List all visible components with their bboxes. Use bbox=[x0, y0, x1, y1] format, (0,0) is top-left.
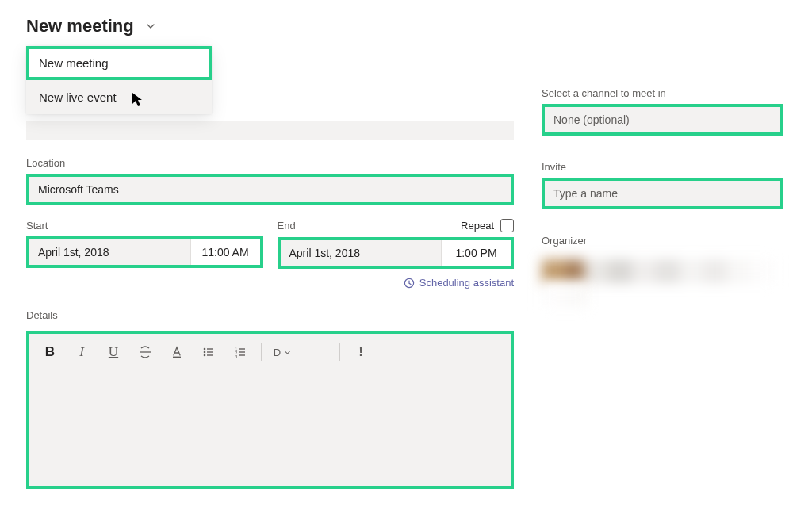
location-field: Location Microsoft Teams bbox=[26, 157, 514, 205]
start-datetime[interactable]: April 1st, 2018 11:00 AM bbox=[26, 236, 263, 268]
scheduling-assistant-label: Scheduling assistant bbox=[419, 277, 514, 289]
chevron-down-icon[interactable] bbox=[145, 21, 156, 32]
organizer-name bbox=[565, 259, 584, 283]
channel-value: None (optional) bbox=[553, 113, 630, 126]
cursor-icon bbox=[132, 92, 144, 110]
editor-toolbar: B I U 123 D bbox=[29, 334, 511, 370]
meeting-title-input[interactable] bbox=[26, 121, 514, 140]
chevron-down-icon bbox=[284, 349, 291, 356]
svg-point-3 bbox=[204, 348, 206, 351]
svg-text:3: 3 bbox=[235, 354, 238, 359]
strikethrough-button[interactable] bbox=[129, 339, 161, 366]
start-label: Start bbox=[26, 220, 263, 232]
end-label: End bbox=[278, 220, 455, 232]
channel-field: Select a channel to meet in None (option… bbox=[542, 87, 783, 136]
location-input[interactable]: Microsoft Teams bbox=[26, 174, 514, 205]
start-time[interactable]: 11:00 AM bbox=[190, 239, 260, 265]
page-title: New meeting bbox=[26, 16, 134, 36]
clock-icon bbox=[404, 278, 415, 289]
dropdown-item-new-live-event[interactable]: New live event bbox=[26, 80, 212, 114]
avatar bbox=[542, 259, 565, 283]
channel-label: Select a channel to meet in bbox=[542, 87, 783, 99]
scheduling-assistant-link[interactable]: Scheduling assistant bbox=[26, 277, 514, 289]
font-size-dropdown[interactable]: D bbox=[266, 339, 298, 366]
end-date[interactable]: April 1st, 2018 bbox=[281, 240, 442, 266]
dropdown-item-new-meeting[interactable]: New meeting bbox=[26, 46, 212, 80]
bold-button[interactable]: B bbox=[34, 339, 66, 366]
organizer-label: Organizer bbox=[542, 235, 783, 247]
font-color-button[interactable] bbox=[161, 339, 193, 366]
dropdown-item-label: New meeting bbox=[39, 56, 109, 70]
new-meeting-dropdown: New meeting New live event bbox=[26, 46, 212, 114]
start-date[interactable]: April 1st, 2018 bbox=[29, 239, 190, 265]
location-value: Microsoft Teams bbox=[38, 183, 119, 196]
repeat-label: Repeat bbox=[461, 220, 494, 232]
svg-point-4 bbox=[204, 351, 206, 354]
end-time[interactable]: 1:00 PM bbox=[441, 240, 511, 266]
invite-placeholder: Type a name bbox=[553, 187, 618, 200]
invite-input[interactable]: Type a name bbox=[542, 178, 783, 209]
toolbar-separator bbox=[261, 343, 262, 361]
bullet-list-button[interactable] bbox=[193, 339, 224, 366]
end-datetime[interactable]: April 1st, 2018 1:00 PM bbox=[278, 237, 515, 269]
toolbar-separator bbox=[339, 343, 340, 361]
location-label: Location bbox=[26, 157, 514, 169]
numbered-list-button[interactable]: 123 bbox=[224, 339, 256, 366]
organizer-row bbox=[542, 259, 783, 283]
underline-button[interactable]: U bbox=[98, 339, 129, 366]
details-label: Details bbox=[26, 309, 514, 321]
end-field: End Repeat April 1st, 2018 1:00 PM bbox=[278, 220, 515, 269]
details-editor[interactable]: B I U 123 D bbox=[26, 331, 514, 489]
start-field: Start April 1st, 2018 11:00 AM bbox=[26, 220, 263, 269]
page-title-row: New meeting bbox=[26, 16, 514, 36]
italic-button[interactable]: I bbox=[66, 339, 98, 366]
repeat-checkbox[interactable] bbox=[500, 219, 514, 232]
svg-point-5 bbox=[204, 354, 206, 357]
channel-input[interactable]: None (optional) bbox=[542, 104, 783, 136]
importance-button[interactable]: ! bbox=[345, 339, 377, 366]
dropdown-item-label: New live event bbox=[39, 90, 117, 104]
invite-label: Invite bbox=[542, 161, 783, 173]
invite-field: Invite Type a name bbox=[542, 161, 783, 209]
datetime-row: Start April 1st, 2018 11:00 AM End Repea… bbox=[26, 220, 514, 269]
